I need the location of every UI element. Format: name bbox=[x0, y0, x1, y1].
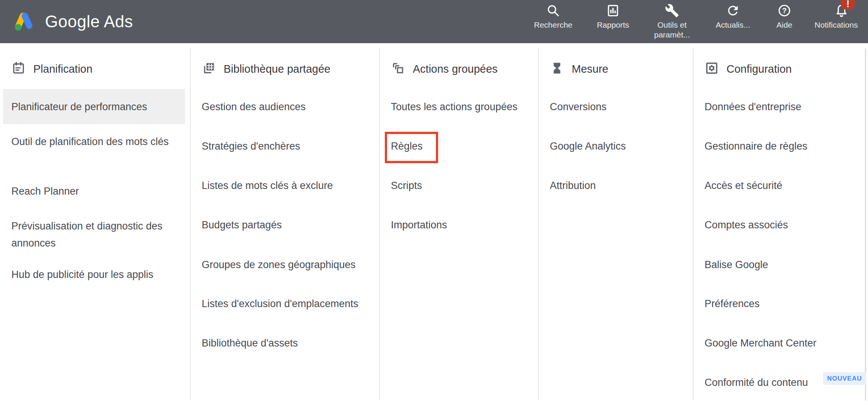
menu-item-google-analytics[interactable]: Google Analytics bbox=[550, 138, 711, 155]
google-ads-tools-menu-screen: Google Ads Recherche Rapports bbox=[0, 0, 868, 412]
column-header-mesure: Mesure bbox=[550, 60, 608, 78]
column-title: Mesure bbox=[572, 63, 608, 75]
menu-column-mesure: Mesure Conversions Google Analytics Attr… bbox=[538, 43, 693, 412]
nav-notifications-label: Notifications bbox=[804, 20, 868, 30]
menu-item-hub-publicite-applis[interactable]: Hub de publicité pour les applis bbox=[11, 266, 182, 283]
topbar: Google Ads Recherche Rapports bbox=[0, 0, 868, 43]
menu-item-toutes-les-actions-groupees[interactable]: Toutes les actions groupées bbox=[391, 98, 535, 115]
gear-icon bbox=[705, 61, 719, 77]
column-header-planification: Planification bbox=[11, 60, 92, 78]
menu-item-reach-planner[interactable]: Reach Planner bbox=[11, 183, 182, 200]
google-ads-logo-icon bbox=[13, 10, 35, 33]
menu-item-outil-planification-mots-cles[interactable]: Outil de planification des mots clés bbox=[11, 133, 182, 150]
menu-item-listes-exclusion-emplacements[interactable]: Listes d'exclusion d'emplacements bbox=[202, 295, 362, 312]
menu-item-scripts[interactable]: Scripts bbox=[391, 177, 535, 194]
nav-reports[interactable]: Rapports bbox=[581, 0, 645, 43]
menu-item-acces-et-securite[interactable]: Accès et sécurité bbox=[705, 177, 865, 194]
brand: Google Ads bbox=[13, 0, 133, 43]
menu-item-gestionnaire-de-regles[interactable]: Gestionnaire de règles bbox=[705, 138, 865, 155]
menu-column-bibliotheque-partagee: Bibliothèque partagée Gestion des audien… bbox=[190, 43, 380, 412]
nouveau-badge: NOUVEAU bbox=[823, 372, 866, 385]
hourglass-icon bbox=[550, 61, 564, 77]
menu-item-attribution[interactable]: Attribution bbox=[550, 177, 711, 194]
menu-item-google-merchant-center[interactable]: Google Merchant Center bbox=[705, 335, 865, 352]
menu-item-gestion-des-audiences[interactable]: Gestion des audiences bbox=[202, 98, 362, 115]
column-title: Actions groupées bbox=[413, 63, 498, 75]
column-title: Planification bbox=[33, 63, 92, 75]
column-header-actions-groupees: Actions groupées bbox=[391, 60, 498, 78]
menu-item-comptes-associes[interactable]: Comptes associés bbox=[705, 217, 865, 234]
menu-item-importations[interactable]: Importations bbox=[391, 217, 535, 234]
nav-tools-settings[interactable]: Outils et paramèt... bbox=[640, 0, 704, 43]
nav-search-label: Recherche bbox=[521, 20, 585, 30]
refresh-icon bbox=[726, 3, 740, 18]
help-icon: ? bbox=[777, 3, 792, 18]
bar-chart-icon bbox=[606, 3, 620, 18]
column-title: Configuration bbox=[726, 63, 792, 75]
menu-item-listes-mots-cles-exclure[interactable]: Listes de mots clés à exclure bbox=[202, 177, 362, 194]
library-grid-icon bbox=[202, 61, 216, 77]
brand-name: Google Ads bbox=[45, 12, 133, 31]
menu-column-actions-groupees: Actions groupées Toutes les actions grou… bbox=[380, 43, 538, 412]
menu-item-previsualisation-diagnostic[interactable]: Prévisualisation et diagnostic des annon… bbox=[11, 218, 182, 252]
calendar-icon bbox=[11, 61, 26, 77]
nav-reports-label: Rapports bbox=[581, 20, 645, 30]
menu-item-preferences[interactable]: Préférences bbox=[705, 295, 865, 312]
wrench-icon bbox=[665, 3, 679, 18]
nav-tools-settings-label: Outils et paramèt... bbox=[640, 20, 704, 40]
menu-column-configuration: Configuration Données d'entreprise Gesti… bbox=[693, 43, 868, 412]
menu-item-budgets-partages[interactable]: Budgets partagés bbox=[202, 217, 362, 234]
menu-item-strategies-encheres[interactable]: Stratégies d'enchères bbox=[202, 138, 362, 155]
menu-item-regles[interactable]: Règles bbox=[391, 138, 535, 155]
menu-item-conversions[interactable]: Conversions bbox=[550, 98, 711, 115]
menu-item-donnees-entreprise[interactable]: Données d'entreprise bbox=[705, 98, 865, 115]
column-header-bibliotheque-partagee: Bibliothèque partagée bbox=[202, 60, 330, 78]
stacked-copies-icon bbox=[391, 61, 405, 77]
nav-search[interactable]: Recherche bbox=[521, 0, 585, 43]
column-header-configuration: Configuration bbox=[705, 60, 792, 78]
column-title: Bibliothèque partagée bbox=[224, 63, 330, 75]
menu-item-balise-google[interactable]: Balise Google bbox=[705, 256, 865, 273]
nav-notifications[interactable]: ! Notifications bbox=[804, 0, 868, 43]
search-icon bbox=[546, 3, 560, 18]
menu-item-groupes-zones-geographiques[interactable]: Groupes de zones géographiques bbox=[202, 256, 362, 273]
svg-text:?: ? bbox=[782, 6, 787, 15]
menu-column-planification: Planification Planificateur de performan… bbox=[0, 43, 190, 412]
tools-menu-panel: Planification Planificateur de performan… bbox=[0, 43, 868, 412]
menu-item-planificateur-de-performances[interactable]: Planificateur de performances bbox=[11, 98, 182, 115]
menu-item-bibliotheque-assets[interactable]: Bibliothèque d'assets bbox=[202, 335, 362, 352]
